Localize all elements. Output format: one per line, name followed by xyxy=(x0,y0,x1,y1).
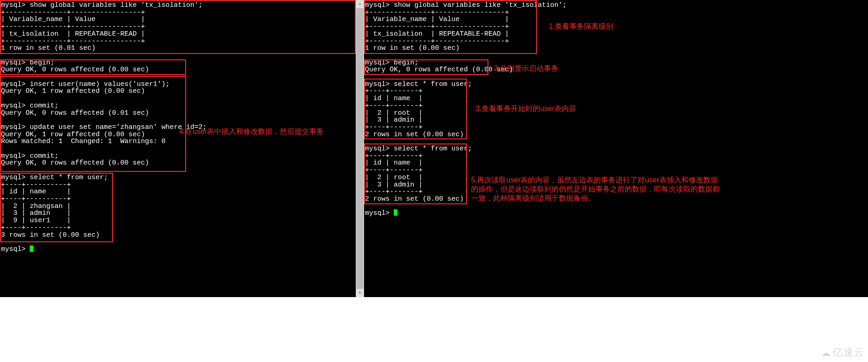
cloud-icon: ☁ xyxy=(821,347,831,358)
right-block4: mysql> select * from user; +----+-------… xyxy=(365,145,472,203)
scroll-up-button[interactable]: ▴ xyxy=(356,0,364,8)
scroll-down-button[interactable]: ▾ xyxy=(356,289,364,297)
annotation-4: 4.在user表中插入和修改数据，然后提交事务 xyxy=(179,127,324,136)
left-block2: mysql> begin; Query OK, 0 rows affected … xyxy=(1,59,149,74)
watermark: ☁ 亿速云 xyxy=(821,346,864,359)
right-block2: mysql> begin; Query OK, 0 rows affected … xyxy=(365,59,513,74)
right-block1: mysql> show global variables like 'tx_is… xyxy=(365,1,567,52)
scrollbar[interactable]: ▴ ▾ xyxy=(356,0,364,297)
annotation-5: 5.再次读取user表的内容，虽然左边表的事务进行了对user表插入和修改数据的… xyxy=(471,176,723,203)
left-block1: mysql> show global variables like 'tx_is… xyxy=(1,1,203,52)
right-prompt: mysql> xyxy=(365,209,394,217)
annotation-1: 1.查看事务隔离级别 xyxy=(549,22,613,31)
watermark-text: 亿速云 xyxy=(833,346,864,359)
right-block3: mysql> select * from user; +----+-------… xyxy=(365,80,472,138)
cursor-icon xyxy=(394,209,397,216)
terminal-left[interactable]: mysql> show global variables like 'tx_is… xyxy=(0,0,356,297)
page-background xyxy=(0,297,868,362)
annotation-3: 3.查看事务开始时的user表内容 xyxy=(476,104,576,113)
left-block3: mysql> insert user(name) values('user1')… xyxy=(1,80,207,167)
cursor-icon xyxy=(30,245,33,252)
annotation-2: 2.分别显示启动事务 xyxy=(494,64,558,73)
scroll-thumb[interactable] xyxy=(356,8,364,289)
left-block4: mysql> select * from user; +----+-------… xyxy=(1,174,108,239)
left-prompt: mysql> xyxy=(1,245,30,253)
terminal-right[interactable]: mysql> show global variables like 'tx_is… xyxy=(364,0,867,297)
